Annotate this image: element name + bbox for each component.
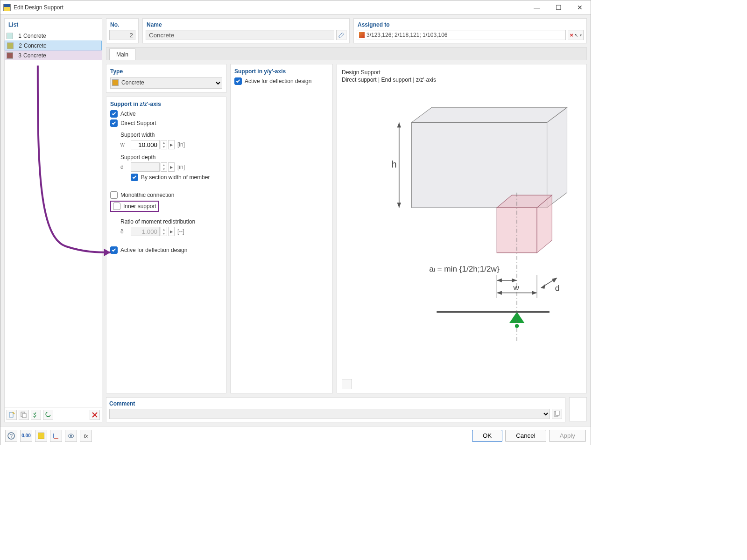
- preview-subtitle: Direct support | End support | z/z'-axis: [342, 77, 582, 83]
- tab-main[interactable]: Main: [109, 49, 135, 60]
- color-swatch: [7, 42, 14, 49]
- name-header: Name: [143, 19, 349, 30]
- edit-name-button[interactable]: [336, 30, 346, 40]
- no-header: No.: [106, 19, 138, 30]
- svg-marker-16: [532, 291, 537, 295]
- comment-card: Comment: [106, 397, 565, 422]
- support-depth-input: ▲▼ ▶: [131, 162, 175, 172]
- svg-text:w: w: [513, 283, 520, 292]
- app-icon: [3, 4, 11, 11]
- list-item[interactable]: 2 Concrete: [5, 41, 102, 50]
- help-button[interactable]: ?: [5, 430, 17, 442]
- support-width-input[interactable]: ▲▼ ▶: [131, 140, 175, 149]
- zz-direct-checkbox[interactable]: Direct Support: [110, 119, 222, 127]
- type-select[interactable]: [110, 77, 222, 89]
- svg-marker-3: [412, 122, 547, 208]
- check-all-button[interactable]: [31, 410, 41, 420]
- inner-support-checkbox[interactable]: Inner support: [113, 203, 156, 210]
- svg-marker-10: [397, 122, 401, 127]
- ok-button[interactable]: OK: [472, 430, 502, 442]
- clear-x-icon: ✕: [570, 33, 573, 38]
- svg-marker-19: [541, 284, 546, 289]
- svg-text:d: d: [555, 283, 560, 293]
- no-card: No.: [106, 18, 139, 43]
- member-icon: [359, 32, 365, 38]
- close-button[interactable]: ✕: [569, 0, 591, 14]
- cursor-icon: ↖: [574, 33, 578, 38]
- axis-button[interactable]: [50, 430, 62, 442]
- svg-marker-11: [397, 203, 401, 208]
- ratio-label: Ratio of moment redistribution: [120, 218, 222, 225]
- copy-button[interactable]: [19, 410, 29, 420]
- by-section-checkbox[interactable]: By section width of member: [131, 174, 222, 181]
- svg-point-39: [70, 435, 72, 437]
- comment-library-button[interactable]: [552, 409, 562, 419]
- color-button[interactable]: [35, 430, 47, 442]
- preview-title: Design Support: [342, 69, 582, 76]
- fx-button[interactable]: fx: [80, 430, 92, 442]
- svg-rect-2: [22, 413, 26, 418]
- assigned-header: Assigned to: [354, 19, 586, 30]
- zz-active-checkbox[interactable]: Active: [110, 110, 222, 118]
- zz-deflection-checkbox[interactable]: Active for deflection design: [110, 246, 222, 254]
- comment-header: Comment: [109, 400, 562, 407]
- inner-support-highlight: Inner support: [110, 201, 159, 212]
- maximize-button[interactable]: ☐: [548, 0, 569, 14]
- yy-header: Support in y/y'-axis: [234, 68, 329, 75]
- type-header: Type: [110, 68, 222, 75]
- dialog-window: Edit Design Support — ☐ ✕ List 1 Concret…: [0, 0, 591, 445]
- comment-select[interactable]: [109, 409, 550, 419]
- assigned-card: Assigned to 3/123,126; 2/118,121; 1/103,…: [353, 18, 587, 43]
- apply-button[interactable]: Apply: [549, 430, 586, 442]
- preview-diagram: h aᵢ = min {1/2h;1/2w} w: [346, 92, 577, 373]
- list-item[interactable]: 1 Concrete: [5, 31, 102, 41]
- svg-marker-5: [547, 107, 567, 208]
- cancel-button[interactable]: Cancel: [505, 430, 546, 442]
- type-section: Type Concrete: [106, 64, 226, 93]
- svg-marker-23: [497, 278, 502, 282]
- support-width-label: Support width: [120, 132, 222, 138]
- monolithic-checkbox[interactable]: Monolithic connection: [110, 191, 222, 199]
- refresh-button[interactable]: [43, 410, 53, 420]
- svg-text:h: h: [392, 160, 397, 169]
- delete-button[interactable]: [90, 410, 100, 420]
- name-card: Name: [142, 18, 350, 43]
- view-button[interactable]: [65, 430, 77, 442]
- extra-button[interactable]: [569, 397, 587, 421]
- svg-marker-24: [512, 278, 517, 282]
- new-button[interactable]: [7, 410, 17, 420]
- svg-rect-32: [556, 411, 559, 415]
- list-item[interactable]: 3 Concrete: [5, 50, 102, 60]
- yy-section: Support in y/y'-axis Active for deflecti…: [230, 64, 333, 393]
- support-depth-label: Support depth: [120, 154, 222, 161]
- titlebar[interactable]: Edit Design Support — ☐ ✕: [0, 0, 591, 14]
- window-title: Edit Design Support: [14, 4, 526, 11]
- minimize-button[interactable]: —: [526, 0, 548, 14]
- color-swatch: [7, 33, 13, 39]
- svg-rect-0: [9, 413, 13, 417]
- units-button[interactable]: 0,00: [20, 430, 32, 442]
- no-input[interactable]: [109, 30, 135, 40]
- name-input[interactable]: [146, 30, 334, 40]
- assigned-value[interactable]: 3/123,126; 2/118,121; 1/103,106: [357, 30, 566, 40]
- svg-text:aᵢ = min {1/2h;1/2w}: aᵢ = min {1/2h;1/2w}: [429, 264, 500, 273]
- dropdown-caret-icon: ▾: [580, 33, 582, 37]
- tabbar: Main: [106, 47, 587, 60]
- list-toolbar: [5, 407, 102, 422]
- preview-tool-button[interactable]: [342, 379, 352, 389]
- svg-marker-4: [412, 107, 567, 122]
- ratio-input: ▲▼ ▶: [131, 227, 175, 236]
- list-panel: List 1 Concrete 2 Concrete 3: [4, 18, 102, 422]
- zz-section: Support in z/z'-axis Active Direct Suppo…: [106, 97, 226, 393]
- list-header: List: [5, 19, 102, 31]
- preview-panel: Design Support Direct support | End supp…: [337, 64, 587, 393]
- color-swatch: [7, 52, 13, 59]
- pick-button[interactable]: ✕ ↖ ▾: [568, 30, 584, 40]
- svg-text:?: ?: [10, 433, 13, 439]
- footer: ? 0,00 fx OK Cancel Apply: [0, 426, 591, 445]
- zz-header: Support in z/z'-axis: [110, 101, 222, 107]
- svg-marker-15: [497, 291, 502, 295]
- yy-deflection-checkbox[interactable]: Active for deflection design: [234, 77, 329, 85]
